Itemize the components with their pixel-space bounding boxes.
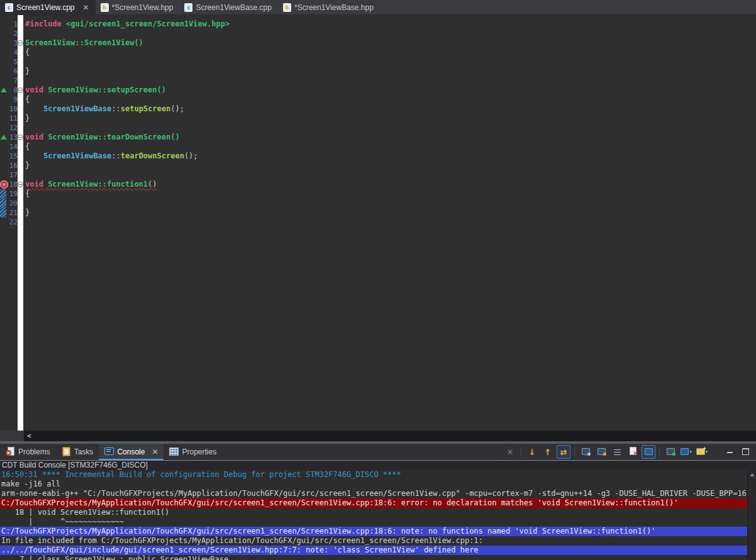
- code-line: 8void Screen1View::setupScreen(): [0, 85, 756, 95]
- code-text: }: [23, 161, 30, 170]
- code-text: void Screen1View::tearDownScreen(): [23, 133, 180, 142]
- console-line: In file included from C:/TouchGFXProject…: [0, 536, 756, 546]
- code-line: 19{: [0, 189, 756, 199]
- code-text: Screen1ViewBase::setupScreen();: [23, 104, 184, 114]
- minimize-panel-button[interactable]: [723, 445, 737, 459]
- scrollbar-track[interactable]: <: [24, 431, 756, 441]
- code-editor[interactable]: 1#include <gui/screen1_screen/Screen1Vie…: [0, 15, 756, 431]
- code-text: }: [23, 208, 30, 217]
- override-marker-icon: [1, 135, 7, 140]
- code-line: 17: [0, 170, 756, 180]
- fold-column: [18, 161, 23, 170]
- panel-tab-label: Problems: [18, 447, 50, 456]
- close-icon[interactable]: ✕: [152, 447, 158, 456]
- panel-tab-console[interactable]: Console✕: [99, 444, 164, 460]
- monitor-pin-icon: [667, 446, 675, 458]
- problems-icon: ✕: [6, 447, 15, 458]
- clear-console-button[interactable]: ✕: [626, 445, 640, 459]
- ide-window: cScreen1View.cpp✕h*Screen1View.hppcScree…: [0, 0, 756, 560]
- arrow-up-icon: ↑: [545, 446, 552, 458]
- close-icon[interactable]: ✕: [83, 4, 89, 11]
- line-number: 4: [8, 48, 18, 57]
- code-line: 15 Screen1ViewBase::tearDownScreen();: [0, 151, 756, 161]
- toolbar-separator: [574, 447, 575, 457]
- fold-column: [18, 104, 23, 114]
- previous-annotation-button[interactable]: ↑: [541, 445, 555, 459]
- fold-column: [18, 123, 23, 133]
- annotation-ruler: ✕: [0, 180, 8, 189]
- panel-tab-label: Tasks: [74, 447, 94, 456]
- fold-column: [18, 199, 23, 208]
- monitor-lock-icon: [598, 446, 606, 458]
- pin-console-button[interactable]: [664, 445, 677, 459]
- show-on-stderr-button[interactable]: [594, 445, 608, 459]
- chevron-down-icon[interactable]: ▾: [689, 449, 692, 454]
- maximize-panel-button[interactable]: [738, 445, 752, 459]
- bottom-panel-tab-bar: ✕ProblemsTasksConsole✕Properties✕↓↑⇄✕▾+▾: [0, 444, 756, 460]
- build-console[interactable]: 16:50:31 **** Incremental Build of confi…: [0, 470, 756, 560]
- panel-tab-label: Console: [117, 447, 145, 456]
- console-view-toggle[interactable]: [642, 445, 655, 459]
- open-console-button[interactable]: +▾: [695, 445, 709, 459]
- annotation-ruler: [0, 123, 8, 133]
- collapse-icon[interactable]: [18, 135, 23, 140]
- annotation-ruler: [0, 19, 8, 29]
- fold-column: [18, 67, 23, 76]
- panel-tab-label: Properties: [182, 447, 216, 456]
- editor-tab-3[interactable]: cScreen1ViewBase.cpp: [179, 0, 278, 14]
- fold-column: [18, 208, 23, 217]
- code-text: {: [23, 142, 30, 151]
- line-number: 11: [8, 114, 18, 123]
- console-vertical-scrollbar[interactable]: [747, 470, 756, 560]
- minimize-icon: [727, 446, 733, 458]
- editor-tab-label: *Screen1ViewBase.hpp: [294, 3, 374, 12]
- scroll-up-icon[interactable]: [750, 473, 755, 476]
- collapse-icon[interactable]: [18, 87, 23, 93]
- code-line: 5: [0, 57, 756, 67]
- console-line: C:/TouchGFXProjects/MyApplication/TouchG…: [0, 498, 756, 508]
- annotation-ruler: [0, 85, 8, 95]
- scrollbar-corner: [0, 431, 24, 441]
- console-title: CDT Build Console [STM32F746G_DISCO]: [0, 460, 756, 470]
- panel-tab-tasks[interactable]: Tasks: [56, 444, 99, 460]
- code-text: }: [23, 114, 30, 123]
- line-number: 5: [8, 57, 18, 67]
- line-number: 21: [8, 208, 18, 217]
- error-marker-icon[interactable]: ✕: [0, 180, 8, 189]
- collapse-icon[interactable]: [18, 40, 23, 46]
- editor-tab-4[interactable]: h*Screen1ViewBase.hpp: [278, 0, 380, 14]
- editor-horizontal-scrollbar[interactable]: <: [0, 431, 756, 441]
- show-on-stdout-button[interactable]: [579, 445, 592, 459]
- code-line: 20: [0, 199, 756, 208]
- display-console-button[interactable]: ▾: [679, 445, 693, 459]
- fold-column: [18, 19, 23, 29]
- panel-tab-properties[interactable]: Properties: [164, 444, 222, 460]
- fold-column: [18, 29, 23, 38]
- annotation-ruler: [0, 208, 8, 217]
- editor-tab-2[interactable]: h*Screen1View.hpp: [96, 0, 180, 14]
- line-number: 20: [8, 199, 18, 208]
- code-text: void Screen1View::setupScreen(): [23, 85, 166, 95]
- line-number: 14: [8, 142, 18, 151]
- code-line: 22: [0, 217, 756, 227]
- scroll-lock-button[interactable]: [610, 445, 624, 459]
- annotation-ruler: [0, 76, 8, 85]
- fold-column: [18, 142, 23, 151]
- code-text: Screen1View::Screen1View(): [23, 38, 143, 48]
- panel-tab-problems[interactable]: ✕Problems: [0, 444, 56, 460]
- word-wrap-toggle[interactable]: ⇄: [557, 445, 570, 459]
- console-line: make -j16 all: [0, 480, 756, 489]
- clear-console-icon: ✕: [630, 446, 636, 458]
- line-number: 6: [8, 67, 18, 76]
- file-h-icon: h: [101, 3, 109, 12]
- next-annotation-button[interactable]: ↓: [525, 445, 539, 459]
- scroll-left-icon[interactable]: <: [27, 432, 31, 440]
- file-c-icon: c: [184, 3, 192, 12]
- code-line: 11}: [0, 114, 756, 123]
- changed-line-marker: [0, 189, 6, 199]
- terminate-button: ✕: [503, 445, 517, 459]
- collapse-icon[interactable]: [18, 182, 23, 187]
- editor-tab-1[interactable]: cScreen1View.cpp✕: [0, 0, 96, 14]
- console-blue-icon: [681, 446, 689, 458]
- changed-line-marker: [0, 199, 6, 208]
